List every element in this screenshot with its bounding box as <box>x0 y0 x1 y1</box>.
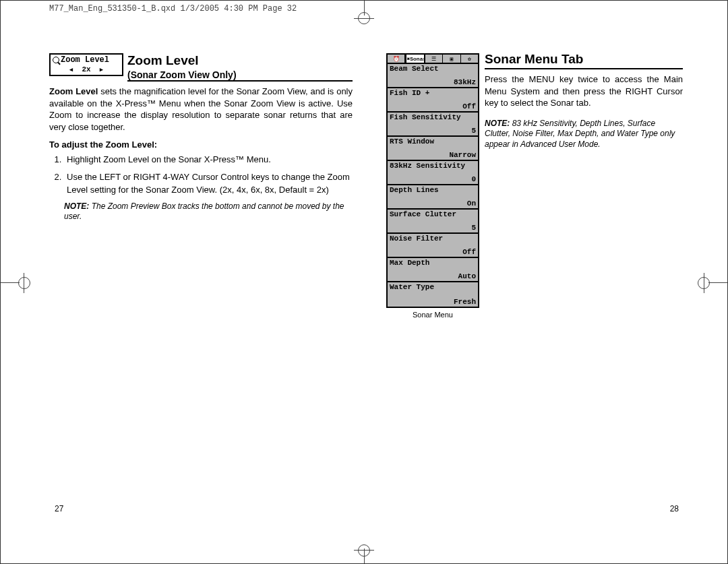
sonar-menu-row: Beam Select83kHz <box>388 64 478 88</box>
row-value: On <box>467 199 476 208</box>
sonar-tab-bar: ⏰ ✖Sonar ☰ ▣ ✿ <box>388 55 478 64</box>
row-label: Beam Select <box>390 65 439 73</box>
crop-mark <box>708 282 727 283</box>
triangle-right-icon: ▶ <box>100 67 103 73</box>
sonar-menu-row: Noise FilterOff <box>388 234 478 258</box>
row-label: Depth Lines <box>390 186 439 194</box>
crop-mark <box>698 277 710 289</box>
crop-mark <box>358 12 370 24</box>
row-value: 0 <box>471 175 476 183</box>
print-header: M77_Man_Eng_531350-1_B.qxd 1/3/2005 4:30… <box>49 4 297 13</box>
sonar-menu-row: Surface Clutter5 <box>388 210 478 234</box>
row-label: RTS Window <box>390 137 434 146</box>
step-item: Highlight Zoom Level on the Sonar X-Pres… <box>64 154 353 166</box>
figure-caption: Sonar Menu <box>386 311 479 319</box>
row-value: Auto <box>458 272 476 280</box>
badge-value: 2x <box>82 65 90 73</box>
row-value: Narrow <box>449 151 476 159</box>
sonar-menu-screenshot: ⏰ ✖Sonar ☰ ▣ ✿ Beam Select83kHzFish ID +… <box>386 53 479 308</box>
row-label: 83kHz Sensitivity <box>390 162 465 170</box>
row-value: Off <box>462 248 476 256</box>
sonar-menu-row: 83kHz Sensitivity0 <box>388 161 478 185</box>
sonar-menu-row: Fish Sensitivity5 <box>388 113 478 137</box>
section-subtitle: (Sonar Zoom View Only) <box>127 69 353 82</box>
row-value: Fresh <box>454 298 476 306</box>
step-item: Use the LEFT or RIGHT 4-WAY Cursor Contr… <box>64 171 353 195</box>
magnify-icon <box>53 57 59 63</box>
tab-sonar: ✖Sonar <box>405 55 425 63</box>
sonar-menu-row: Depth LinesOn <box>388 185 478 210</box>
row-label: Surface Clutter <box>390 210 456 218</box>
page-number-left: 27 <box>55 504 63 513</box>
crop-mark <box>18 277 30 289</box>
page-number-right: 28 <box>670 504 679 513</box>
note-text: NOTE: The Zoom Preview Box tracks the bo… <box>49 201 353 222</box>
row-value: Off <box>462 102 476 111</box>
row-value: 83kHz <box>454 78 476 86</box>
sonar-menu-row: RTS WindowNarrow <box>388 137 478 161</box>
section-title: Zoom Level <box>127 53 199 68</box>
left-page: Zoom Level ◀ 2x ▶ Zoom Level (Sonar Zoom… <box>49 53 353 222</box>
right-page: ⏰ ✖Sonar ☰ ▣ ✿ Beam Select83kHzFish ID +… <box>386 53 683 319</box>
note-text: NOTE: 83 kHz Sensitivity, Depth Lines, S… <box>485 119 683 150</box>
body-paragraph: Press the MENU key twice to access the M… <box>485 73 683 109</box>
row-label: Water Type <box>390 283 434 291</box>
row-label: Max Depth <box>390 259 429 267</box>
badge-title: Zoom Level <box>61 55 109 65</box>
row-label: Noise Filter <box>390 234 443 243</box>
tab-icon: ✿ <box>461 55 478 63</box>
row-label: Fish Sensitivity <box>390 113 461 121</box>
sonar-menu-row: Fish ID +Off <box>388 88 478 113</box>
tab-icon: ▣ <box>443 55 460 63</box>
tab-icon: ☰ <box>425 55 443 63</box>
tab-icon: ⏰ <box>388 55 405 63</box>
row-value: 5 <box>471 127 476 135</box>
steps-heading: To adjust the Zoom Level: <box>49 139 353 150</box>
zoom-level-badge: Zoom Level ◀ 2x ▶ <box>49 53 123 76</box>
crop-mark <box>358 544 370 557</box>
sonar-menu-row: Water TypeFresh <box>388 282 478 307</box>
crop-mark <box>1 282 20 283</box>
page-spread: M77_Man_Eng_531350-1_B.qxd 1/3/2005 4:30… <box>0 0 728 564</box>
steps-list: Highlight Zoom Level on the Sonar X-Pres… <box>49 154 353 196</box>
row-value: 5 <box>471 224 476 232</box>
body-paragraph: Zoom Level sets the magnification level … <box>49 86 353 133</box>
row-label: Fish ID + <box>390 89 429 97</box>
sonar-menu-row: Max DepthAuto <box>388 258 478 282</box>
section-title: Sonar Menu Tab <box>485 52 683 69</box>
triangle-left-icon: ◀ <box>69 67 73 73</box>
